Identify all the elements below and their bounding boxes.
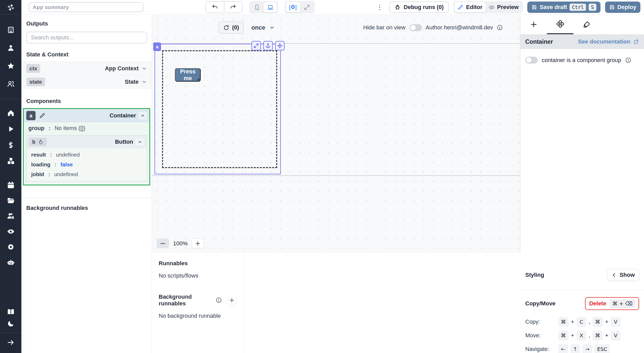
component-group-toggle[interactable] [525,57,538,64]
container-drop-zone[interactable] [162,50,277,168]
refresh-mode-dropdown[interactable]: once [248,21,278,34]
press-me-button[interactable]: Press me [175,68,201,82]
home-icon[interactable] [7,109,15,117]
anchor-handle-button[interactable] [263,41,273,50]
chevron-down-icon[interactable] [142,66,147,71]
collapse-button-button[interactable] [136,138,144,146]
styling-section-header: Styling Show [520,269,644,281]
show-styling-button[interactable]: Show [607,269,639,281]
ai-robot-icon[interactable] [7,259,15,266]
search-outputs-input[interactable] [26,32,147,44]
tab-global-styling[interactable] [573,15,600,34]
expand-icon [253,43,259,48]
runs-icon[interactable] [7,125,15,133]
zoom-in-button[interactable] [192,239,204,248]
prop-key: loading [31,161,50,168]
container-component-header[interactable]: a Container [24,109,149,122]
redo-button[interactable] [224,2,242,13]
mobile-view-button[interactable] [250,2,264,12]
kbd-separator: , [589,318,590,325]
prop-key: jobId [31,171,44,177]
settings-gear-icon[interactable] [7,243,15,251]
tab-insert-component[interactable] [520,15,547,34]
preview-tab[interactable]: Preview [486,2,522,12]
chevron-left-icon [611,272,617,278]
delete-component-button[interactable]: Delete ⌘ + ⌫ [585,297,639,310]
refresh-icon [223,24,230,31]
selected-container-component[interactable]: a Press me [155,44,281,174]
deploy-icon [609,4,615,10]
component-settings-title: Container [525,38,553,45]
outputs-panel: Outputs State & Context ctx App Context … [21,15,152,353]
resources-icon[interactable] [7,157,15,165]
windmill-logo-icon[interactable] [7,4,15,11]
groups-icon[interactable] [7,80,15,88]
save-draft-button[interactable]: Save draft Ctrl S [527,2,600,13]
undo-button[interactable] [206,2,224,13]
button-component-card: b Button result : undefined loading : fa… [26,135,147,182]
more-menu-button[interactable]: ⋮ [375,3,385,11]
zoom-out-button[interactable] [157,239,169,248]
state-row[interactable]: state State [21,75,152,89]
shortcut-label: Move: [525,332,558,339]
user-icon[interactable] [7,44,15,52]
edit-pencil-icon[interactable] [39,113,45,119]
debug-runs-button[interactable]: Debug runs (0) [389,2,449,13]
prop-row-loading[interactable]: loading : false [27,160,147,169]
move-icon [277,43,283,48]
rail-divider [0,333,21,333]
editor-preview-group: Editor Preview [453,1,523,13]
container-id-tab[interactable]: a [153,42,161,51]
refresh-button[interactable]: (0) [218,21,244,34]
debug-runs-label: Debug runs (0) [404,4,444,11]
shortcut-row: Navigate:←↑→ESC [525,344,639,353]
prop-row-jobid[interactable]: jobId : undefined [27,169,147,179]
chevron-down-icon[interactable] [142,79,147,84]
full-width-button[interactable] [300,2,314,12]
expand-handle-button[interactable] [251,41,261,50]
editor-tab[interactable]: Editor [454,2,486,12]
chevron-down-icon [269,25,275,30]
centered-width-button[interactable]: |0| [286,2,300,12]
button-type-label: Button [115,139,133,145]
folders-icon[interactable] [7,197,15,204]
button-id-label: b [32,139,35,145]
component-type-label: Container [109,112,136,119]
app-canvas[interactable]: (0) once Hide bar on view Author henri@w… [152,15,520,253]
hide-bar-toggle[interactable] [410,24,422,31]
info-icon[interactable] [216,297,222,303]
move-handle-button[interactable] [275,41,285,50]
keyboard-shortcuts-list: Copy:⌘+C,⌘+VMove:⌘+X,⌘+VNavigate:←↑→ESC [520,317,644,353]
workspace-icon[interactable] [7,26,15,34]
audit-logs-icon[interactable] [7,228,15,235]
anchor-icon [265,43,271,48]
dark-mode-moon-icon[interactable] [7,320,15,328]
shortcut-row: Move:⌘+X,⌘+V [525,330,639,341]
docs-book-icon[interactable] [7,308,15,316]
collapse-sidebar-icon[interactable] [7,339,15,346]
prop-row-group[interactable]: group : No items ([]) [24,122,149,134]
variables-icon[interactable] [7,141,15,149]
app-summary-input[interactable] [29,2,143,12]
info-icon[interactable] [497,24,503,31]
schedules-icon[interactable] [7,181,15,189]
desktop-view-button[interactable] [264,2,277,12]
button-component-header[interactable]: b Button [27,135,147,148]
see-documentation-link[interactable]: See documentation [578,38,639,45]
collapse-container-button[interactable] [139,112,147,119]
favorites-icon[interactable] [7,62,15,70]
deploy-button[interactable]: Deploy [605,2,640,13]
tab-component-settings[interactable] [547,15,573,34]
add-background-runnable-button[interactable] [227,295,237,306]
prop-colon: : [48,171,50,177]
resize-corner-handle[interactable] [197,78,199,80]
info-icon[interactable] [625,57,631,63]
prop-row-result[interactable]: result : undefined [27,150,147,160]
groups-admin-icon[interactable] [7,212,15,220]
hide-bar-control: Hide bar on view [363,21,422,34]
ctx-row[interactable]: ctx App Context [21,62,152,75]
show-button-label: Show [620,272,635,278]
styling-title: Styling [525,272,544,278]
kbd-key: ESC [595,344,610,353]
ctrl-kbd: Ctrl [570,4,586,11]
